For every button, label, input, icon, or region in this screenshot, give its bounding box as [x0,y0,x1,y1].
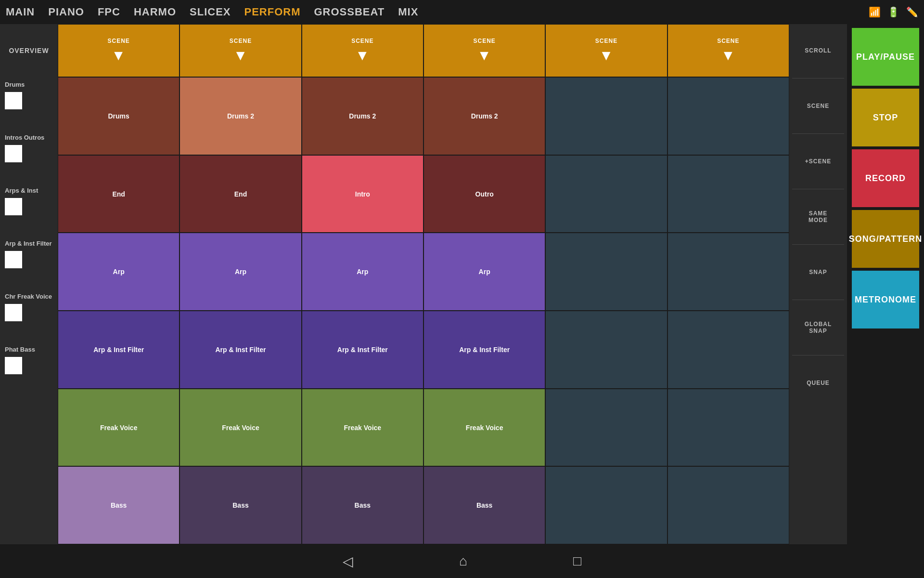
top-navigation: MAIN PIANO FPC HARMO SLICEX PERFORM GROS… [0,0,924,24]
arps-cell-2[interactable]: Arp [180,233,301,311]
arpfilter-cell-6[interactable] [667,311,789,389]
perform-grid: OVERVIEW Drums Intros Outros Arps & Inst… [0,24,789,544]
nav-piano[interactable]: PIANO [48,6,84,18]
global-snap-label[interactable]: GLOBAL SNAP [803,318,834,337]
arps-cell-3[interactable]: Arp [302,233,424,311]
scene-arrow-3: ▼ [355,47,370,64]
record-button[interactable]: RECORD [852,149,919,207]
row-label-intros: Intros Outros [0,130,58,183]
freak-cell-2[interactable]: Freak Voice [180,389,301,467]
drums-row: Drums Drums 2 Drums 2 Drums 2 [58,77,789,155]
snap-label[interactable]: SNAP [807,266,829,278]
scene-label[interactable]: SCENE [805,100,831,112]
scene-arrow-6: ▼ [721,47,736,64]
bass-cell-3[interactable]: Bass [302,466,424,544]
nav-main[interactable]: MAIN [6,6,35,18]
arpfilter-cell-2[interactable]: Arp & Inst Filter [180,311,301,389]
main-area: OVERVIEW Drums Intros Outros Arps & Inst… [0,24,924,544]
arps-row: Arp Arp Arp Arp [58,233,789,311]
plus-scene-label[interactable]: +SCENE [803,155,833,168]
intros-cell-2[interactable]: End [180,155,301,233]
arpfilter-cell-1[interactable]: Arp & Inst Filter [58,311,180,389]
scene-cell-3[interactable]: SCENE ▼ [302,24,424,77]
drums-cell-3[interactable]: Drums 2 [302,77,424,155]
arpfilter-cell-5[interactable] [545,311,667,389]
stop-button[interactable]: STOP [852,89,919,146]
divider-4 [792,244,844,245]
arpfilter-select-box[interactable] [5,251,22,268]
freak-cell-4[interactable]: Freak Voice [424,389,545,467]
arpfilter-cell-3[interactable]: Arp & Inst Filter [302,311,424,389]
bass-cell-4[interactable]: Bass [424,466,545,544]
freak-row: Freak Voice Freak Voice Freak Voice Frea… [58,389,789,467]
back-button[interactable]: ◁ [343,553,353,569]
bass-cell-1[interactable]: Bass [58,466,180,544]
drums-select-box[interactable] [5,92,22,109]
scene-arrow-1: ▼ [111,47,126,64]
intros-cell-1[interactable]: End [58,155,180,233]
drums-cell-4[interactable]: Drums 2 [424,77,545,155]
nav-grossbeat[interactable]: GROSSBEAT [314,6,385,18]
arps-cell-1[interactable]: Arp [58,233,180,311]
scene-arrow-5: ▼ [599,47,614,64]
nav-mix[interactable]: MIX [398,6,418,18]
freak-cell-5[interactable] [545,389,667,467]
divider-1 [792,78,844,79]
scene-cell-2[interactable]: SCENE ▼ [180,24,301,77]
right-action-panel: PLAY/PAUSE STOP RECORD SONG/PATTERN METR… [847,24,924,544]
intros-cell-6[interactable] [667,155,789,233]
arps-select-box[interactable] [5,198,22,215]
nav-perform[interactable]: PERFORM [244,6,300,18]
overview-label: OVERVIEW [0,24,58,77]
nav-slicex[interactable]: SLICEX [190,6,231,18]
intros-cell-3[interactable]: Intro [302,155,424,233]
intros-select-box[interactable] [5,145,22,162]
scroll-label[interactable]: SCROLL [803,44,833,57]
arpfilter-cell-4[interactable]: Arp & Inst Filter [424,311,545,389]
freak-select-box[interactable] [5,304,22,321]
arpfilter-row: Arp & Inst Filter Arp & Inst Filter Arp … [58,311,789,389]
play-pause-button[interactable]: PLAY/PAUSE [852,28,919,86]
divider-5 [792,300,844,300]
nav-fpc[interactable]: FPC [98,6,120,18]
freak-cell-1[interactable]: Freak Voice [58,389,180,467]
nav-status-icons: 📶 🔋 ✏️ [869,6,918,18]
wifi-icon: 📶 [869,6,881,18]
freak-cell-6[interactable] [667,389,789,467]
queue-label[interactable]: QUEUE [805,377,832,389]
intros-cell-4[interactable]: Outro [424,155,545,233]
bass-cell-5[interactable] [545,466,667,544]
bass-select-box[interactable] [5,357,22,374]
arps-cell-5[interactable] [545,233,667,311]
drums-cell-5[interactable] [545,77,667,155]
drums-cell-1[interactable]: Drums [58,77,180,155]
bass-cell-2[interactable]: Bass [180,466,301,544]
recent-apps-button[interactable]: □ [573,553,581,569]
nav-menu: MAIN PIANO FPC HARMO SLICEX PERFORM GROS… [6,6,418,18]
scene-cell-5[interactable]: SCENE ▼ [545,24,667,77]
metronome-button[interactable]: METRONOME [852,271,919,328]
row-label-drums: Drums [0,77,58,130]
battery-icon: 🔋 [887,6,899,18]
row-label-arps: Arps & Inst [0,183,58,236]
bass-cell-6[interactable] [667,466,789,544]
edit-icon[interactable]: ✏️ [906,6,918,18]
song-pattern-button[interactable]: SONG/PATTERN [852,210,919,268]
scene-grid: SCENE ▼ SCENE ▼ SCENE ▼ SCENE ▼ SCENE [58,24,789,544]
controls-panel: SCROLL SCENE +SCENE SAME MODE SNAP GLOBA… [789,24,847,544]
same-mode-label[interactable]: SAME MODE [807,207,830,226]
arps-cell-4[interactable]: Arp [424,233,545,311]
scene-cell-4[interactable]: SCENE ▼ [424,24,545,77]
home-button[interactable]: ⌂ [459,553,467,569]
nav-harmo[interactable]: HARMO [134,6,176,18]
drums-cell-2[interactable]: Drums 2 [180,77,301,155]
drums-cell-6[interactable] [667,77,789,155]
scene-cell-6[interactable]: SCENE ▼ [667,24,789,77]
intros-row: End End Intro Outro [58,155,789,233]
intros-cell-5[interactable] [545,155,667,233]
row-labels: OVERVIEW Drums Intros Outros Arps & Inst… [0,24,58,544]
scene-cell-1[interactable]: SCENE ▼ [58,24,180,77]
freak-cell-3[interactable]: Freak Voice [302,389,424,467]
arps-cell-6[interactable] [667,233,789,311]
scene-arrow-4: ▼ [477,47,492,64]
